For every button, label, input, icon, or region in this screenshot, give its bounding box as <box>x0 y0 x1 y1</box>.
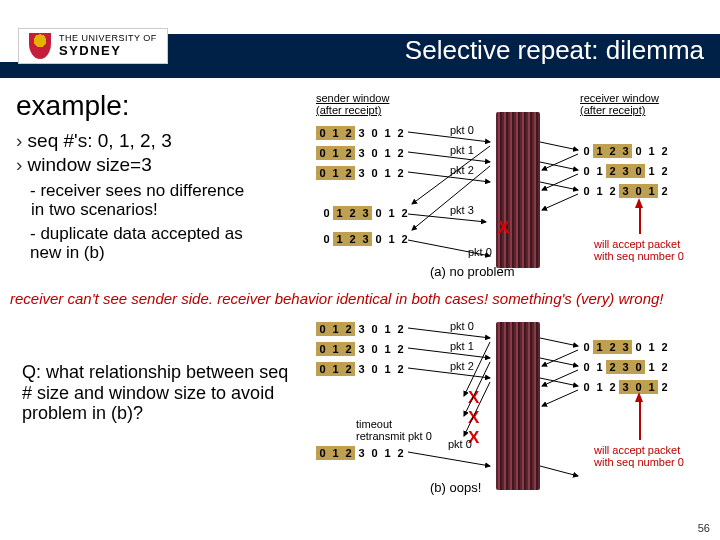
barrier-b <box>496 322 540 490</box>
seqrow-b-r2: 0123012 <box>580 360 671 374</box>
svg-line-2 <box>408 172 490 182</box>
slide-number: 56 <box>698 522 710 534</box>
pkt0-b: pkt 0 <box>450 320 474 332</box>
svg-line-5 <box>408 214 486 222</box>
seqrow-a-r2: 0123012 <box>580 164 671 178</box>
pkt1-b: pkt 1 <box>450 340 474 352</box>
seqrow-b-s1: 0123012 <box>316 342 407 356</box>
svg-line-19 <box>408 452 490 466</box>
svg-line-20 <box>540 338 578 346</box>
svg-line-14 <box>408 348 490 358</box>
logo-big: SYDNEY <box>59 44 157 58</box>
svg-line-1 <box>408 152 490 162</box>
svg-line-10 <box>542 154 578 170</box>
bullet-winsize: window size=3 <box>16 154 316 176</box>
seqrow-b-r3: 0123012 <box>580 380 671 394</box>
pkt3-a: pkt 3 <box>450 204 474 216</box>
seqrow-b-s3: 0123012 <box>316 446 407 460</box>
seqrow-b-r1: 0123012 <box>580 340 671 354</box>
svg-line-24 <box>542 370 578 386</box>
svg-line-23 <box>542 350 578 366</box>
sub-bullet-1: receiver sees no difference in two scena… <box>30 182 316 219</box>
svg-line-26 <box>540 466 578 476</box>
receiver-window-label: receiver window(after receipt) <box>580 92 659 116</box>
seqrow-a-s2: 0123012 <box>316 166 407 180</box>
accept-note-b: will accept packetwith seq number 0 <box>594 444 694 468</box>
seqrow-a-r1: 0123012 <box>580 144 671 158</box>
red-x-a: X <box>498 218 509 238</box>
pkt0-a: pkt 0 <box>450 124 474 136</box>
example-heading: example: <box>16 90 316 122</box>
svg-line-9 <box>540 182 578 190</box>
pkt0-a2: pkt 0 <box>468 246 492 258</box>
seqrow-a-s4: 0123012 <box>320 232 411 246</box>
warning-text: receiver can't see sender side. receiver… <box>10 290 710 307</box>
university-logo: THE UNIVERSITY OF SYDNEY <box>18 28 168 64</box>
caption-a: (a) no problem <box>430 264 515 279</box>
svg-line-7 <box>540 142 578 150</box>
pkt2-b: pkt 2 <box>450 360 474 372</box>
svg-line-22 <box>540 378 578 386</box>
bullet-seqnums: seq #'s: 0, 1, 2, 3 <box>16 130 316 152</box>
q-prefix: Q: <box>22 362 41 382</box>
question-block: Q: what relationship between seq # size … <box>22 362 292 424</box>
svg-line-25 <box>542 390 578 406</box>
barrier-a <box>496 112 540 268</box>
svg-line-15 <box>408 368 490 378</box>
arrow-a-head <box>635 198 643 208</box>
svg-line-21 <box>540 358 578 366</box>
seqrow-b-s0: 0123012 <box>316 322 407 336</box>
timeout-label: timeoutretransmit pkt 0 <box>356 418 432 442</box>
pkt2-a: pkt 2 <box>450 164 474 176</box>
seqrow-a-r3: 0123012 <box>580 184 671 198</box>
svg-line-0 <box>408 132 490 142</box>
logo-text: THE UNIVERSITY OF SYDNEY <box>59 34 157 58</box>
svg-line-12 <box>542 194 578 210</box>
seqrow-a-s1: 0123012 <box>316 146 407 160</box>
red-x-b1: X <box>468 388 479 408</box>
seqrow-b-s2: 0123012 <box>316 362 407 376</box>
svg-line-11 <box>542 174 578 190</box>
arrow-a-stem <box>639 206 641 234</box>
svg-line-8 <box>540 162 578 170</box>
slide-header: THE UNIVERSITY OF SYDNEY Selective repea… <box>0 0 720 78</box>
arrow-b-head <box>635 392 643 402</box>
page-title: Selective repeat: dilemma <box>405 35 704 66</box>
arrow-b-stem <box>639 400 641 440</box>
left-column: example: seq #'s: 0, 1, 2, 3 window size… <box>16 90 316 263</box>
caption-b: (b) oops! <box>430 480 481 495</box>
accept-note-a: will accept packetwith seq number 0 <box>594 238 694 262</box>
shield-icon <box>29 33 51 59</box>
svg-line-13 <box>408 328 490 338</box>
sub-bullet-2: duplicate data accepted as new in (b) <box>30 225 316 262</box>
sender-window-label: sender window(after receipt) <box>316 92 389 116</box>
pkt1-a: pkt 1 <box>450 144 474 156</box>
q-text: what relationship between seq # size and… <box>22 362 288 423</box>
seqrow-a-s3: 0123012 <box>320 206 411 220</box>
seqrow-a-s0: 0123012 <box>316 126 407 140</box>
red-x-b2: X <box>468 408 479 428</box>
pkt0-b2: pkt 0 <box>448 438 472 450</box>
